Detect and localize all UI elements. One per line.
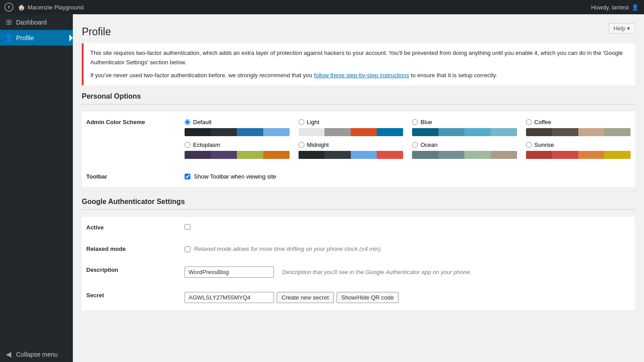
active-row: Active: [82, 217, 635, 238]
help-button[interactable]: Help ▾: [609, 23, 635, 33]
scheme-ocean-radio[interactable]: [412, 142, 418, 148]
create-secret-button[interactable]: Create new secret: [277, 292, 334, 303]
scheme-ocean-swatch: [412, 151, 517, 159]
scheme-ectoplasm-label: Ectoplasm: [193, 141, 220, 148]
personal-options-title: Personal Options: [82, 92, 635, 104]
secret-row: Secret Create new secret Show/Hide QR co…: [82, 285, 635, 310]
scheme-light-radio[interactable]: [299, 119, 304, 125]
secret-row-content: Create new secret Show/Hide QR code: [185, 292, 631, 303]
sidebar-item-dashboard[interactable]: ⊞ Dashboard: [0, 14, 73, 30]
active-label: Active: [82, 217, 180, 238]
toolbar-label: Toolbar: [82, 166, 180, 187]
description-field: Description that you'll see in the Googl…: [180, 259, 635, 285]
relaxed-field: Relaxed mode allows for more time drifti…: [180, 238, 635, 259]
scheme-midnight-radio[interactable]: [299, 142, 304, 148]
scheme-blue-swatch: [412, 128, 517, 136]
user-avatar-icon: 👤: [631, 4, 639, 11]
active-checkbox[interactable]: [185, 224, 190, 230]
collapse-icon: ◀: [4, 350, 13, 358]
scheme-light[interactable]: Light: [299, 119, 404, 136]
sidebar-collapse-menu[interactable]: ◀ Collapse menu: [0, 346, 73, 362]
show-qr-button[interactable]: Show/Hide QR code: [337, 292, 399, 303]
scheme-coffee-swatch: [526, 128, 631, 136]
scheme-default-radio[interactable]: [185, 119, 190, 125]
scheme-coffee-label: Coffee: [535, 119, 551, 125]
scheme-light-swatch: [299, 128, 404, 136]
dashboard-icon: ⊞: [4, 18, 13, 26]
content-area: Help ▾ Profile This site requires two-fa…: [73, 14, 644, 362]
secret-label: Secret: [82, 285, 180, 310]
sidebar-collapse-label: Collapse menu: [16, 351, 58, 358]
sidebar-item-profile[interactable]: 👤 Profile: [0, 30, 73, 46]
notice-line2-post: to ensure that it is setup correctly.: [409, 72, 497, 79]
color-scheme-row: Admin Color Scheme Default: [82, 112, 635, 166]
scheme-coffee-radio[interactable]: [526, 119, 532, 125]
howdy-text: Howdy, iantest: [591, 4, 629, 11]
topbar: 🏠 Macenzie Playground Howdy, iantest 👤: [0, 0, 644, 14]
scheme-default[interactable]: Default: [185, 119, 290, 136]
scheme-default-label: Default: [193, 119, 211, 125]
topbar-site[interactable]: 🏠 Macenzie Playground: [18, 4, 84, 11]
relaxed-label: Relaxed mode: [82, 238, 180, 259]
scheme-midnight[interactable]: Midnight: [299, 141, 404, 159]
topbar-left: 🏠 Macenzie Playground: [0, 3, 84, 12]
description-row: Description Description that you'll see …: [82, 259, 635, 285]
relaxed-row: Relaxed mode Relaxed mode allows for mor…: [82, 238, 635, 259]
scheme-ectoplasm[interactable]: Ectoplasm: [185, 141, 290, 159]
scheme-blue[interactable]: Blue: [412, 119, 517, 136]
scheme-default-swatch: [185, 128, 290, 136]
google-auth-title: Google Authenticator Settings: [82, 198, 635, 210]
relaxed-desc: Relaxed mode allows for more time drifti…: [194, 245, 382, 252]
sidebar-item-profile-label: Profile: [16, 34, 34, 42]
scheme-blue-radio[interactable]: [412, 119, 418, 125]
home-icon: 🏠: [18, 4, 25, 11]
scheme-ectoplasm-radio[interactable]: [185, 142, 190, 148]
active-field: [180, 217, 635, 238]
toolbar-field: Show Toolbar when viewing site: [180, 166, 635, 187]
notice-error: This site requires two-factor authentica…: [82, 43, 635, 85]
toolbar-row: Toolbar Show Toolbar when viewing site: [82, 166, 635, 187]
scheme-sunrise-label: Sunrise: [535, 141, 554, 148]
secret-input[interactable]: [185, 292, 274, 303]
color-scheme-label: Admin Color Scheme: [82, 112, 180, 166]
google-auth-table: Active Relaxed mode Relaxed mode allows …: [82, 217, 635, 310]
scheme-coffee[interactable]: Coffee: [526, 119, 631, 136]
scheme-midnight-label: Midnight: [307, 141, 329, 148]
toolbar-checkbox-row: Show Toolbar when viewing site: [185, 173, 631, 180]
topbar-right: Howdy, iantest 👤: [591, 4, 639, 11]
sidebar: ⊞ Dashboard 👤 Profile ◀ Collapse menu: [0, 14, 73, 362]
notice-link[interactable]: follow these step-by-step instructions: [314, 72, 409, 79]
notice-line1: This site requires two-factor authentica…: [90, 49, 628, 67]
toolbar-checkbox[interactable]: [185, 174, 190, 179]
description-hint: Description that you'll see in the Googl…: [282, 269, 471, 275]
profile-icon: 👤: [4, 33, 13, 42]
scheme-ocean[interactable]: Ocean: [412, 141, 517, 159]
page-title: Profile: [82, 26, 635, 38]
scheme-ectoplasm-swatch: [185, 151, 290, 159]
relaxed-checkbox[interactable]: [185, 246, 190, 252]
color-schemes-grid: Default: [185, 119, 631, 159]
description-input[interactable]: [185, 266, 274, 278]
scheme-ocean-label: Ocean: [421, 141, 438, 148]
scheme-sunrise-swatch: [526, 151, 631, 159]
scheme-sunrise[interactable]: Sunrise: [526, 141, 631, 159]
personal-options-table: Admin Color Scheme Default: [82, 112, 635, 187]
notice-line2-pre: If you've never used two-factor authenti…: [90, 72, 314, 79]
toolbar-checkbox-label: Show Toolbar when viewing site: [194, 173, 276, 180]
scheme-light-label: Light: [307, 119, 320, 125]
wp-logo-icon: [4, 3, 13, 12]
sidebar-item-dashboard-label: Dashboard: [16, 19, 47, 26]
color-scheme-field: Default: [180, 112, 635, 166]
scheme-sunrise-radio[interactable]: [526, 142, 532, 148]
secret-field: Create new secret Show/Hide QR code: [180, 285, 635, 310]
scheme-midnight-swatch: [299, 151, 404, 159]
scheme-blue-label: Blue: [421, 119, 432, 125]
site-name: Macenzie Playground: [28, 4, 84, 11]
description-label: Description: [82, 259, 180, 285]
main-content: Help ▾ Profile This site requires two-fa…: [73, 14, 644, 362]
